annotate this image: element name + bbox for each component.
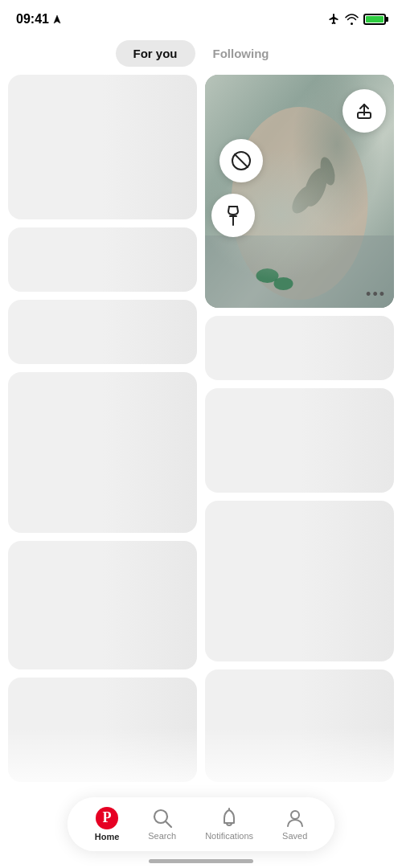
- top-tabs: For you Following: [0, 35, 402, 75]
- nav-label-search: Search: [148, 831, 176, 841]
- profile-icon: [285, 808, 306, 829]
- right-column: •••: [205, 75, 394, 782]
- nav-label-home: Home: [95, 832, 120, 841]
- pin-card[interactable]: [8, 678, 197, 782]
- hide-button[interactable]: [219, 139, 263, 182]
- more-options-button[interactable]: •••: [366, 286, 386, 303]
- location-arrow-icon: [52, 14, 62, 25]
- pin-card[interactable]: [205, 501, 394, 661]
- left-column: [8, 75, 197, 782]
- nav-item-home[interactable]: P Home: [80, 804, 134, 845]
- search-icon: [152, 808, 173, 829]
- tab-for-you[interactable]: For you: [116, 40, 195, 67]
- save-pin-button[interactable]: [211, 194, 255, 237]
- tab-following[interactable]: Following: [195, 40, 287, 67]
- pin-card[interactable]: [8, 541, 197, 669]
- svg-line-13: [166, 821, 171, 827]
- status-bar: 09:41: [0, 0, 402, 35]
- pins-grid: •••: [0, 75, 402, 782]
- nav-item-saved[interactable]: Saved: [268, 805, 322, 844]
- nav-label-notifications: Notifications: [205, 831, 253, 841]
- svg-point-15: [291, 811, 299, 819]
- share-icon: [355, 102, 373, 120]
- nav-item-notifications[interactable]: Notifications: [191, 805, 268, 844]
- status-icons: [327, 13, 386, 26]
- battery-fill: [366, 16, 384, 23]
- nav-item-search[interactable]: Search: [133, 805, 191, 844]
- bell-icon: [219, 808, 239, 829]
- pin-card[interactable]: [205, 669, 394, 782]
- pin-card[interactable]: [8, 75, 197, 219]
- status-time: 09:41: [16, 12, 62, 27]
- main-content: •••: [0, 75, 402, 792]
- block-icon: [231, 150, 252, 171]
- pin-card[interactable]: [8, 372, 197, 533]
- airplane-icon: [327, 13, 340, 26]
- pin-icon: [224, 205, 242, 226]
- action-buttons-overlay: [205, 75, 394, 308]
- wifi-icon: [345, 14, 359, 25]
- pin-card[interactable]: [8, 227, 197, 292]
- pin-card[interactable]: [8, 300, 197, 364]
- bottom-nav: P Home Search Notifications: [0, 796, 402, 868]
- svg-line-10: [235, 154, 248, 167]
- nav-label-saved: Saved: [282, 831, 307, 841]
- home-indicator: [149, 859, 253, 863]
- featured-pin-card[interactable]: •••: [205, 75, 394, 308]
- pin-card[interactable]: [205, 316, 394, 380]
- pin-card[interactable]: [205, 388, 394, 493]
- nav-pill: P Home Search Notifications: [68, 797, 335, 851]
- share-button[interactable]: [343, 89, 386, 133]
- battery-icon: [363, 14, 386, 25]
- pinterest-logo-icon: P: [96, 807, 118, 829]
- time-display: 09:41: [16, 12, 49, 27]
